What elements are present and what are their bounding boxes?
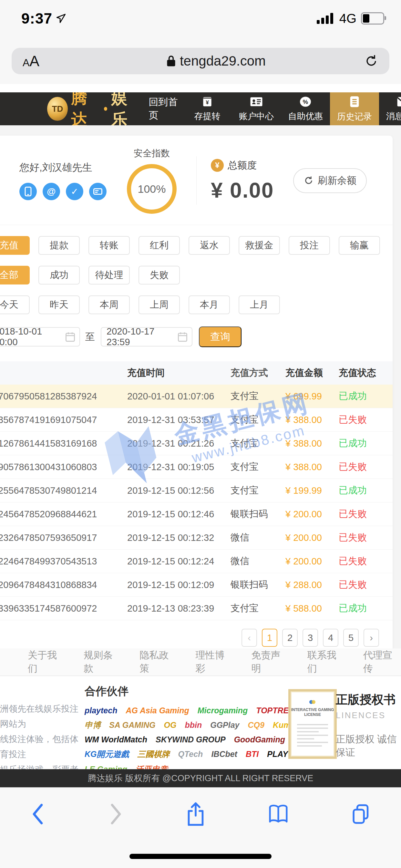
partner-logo: GGPlay: [210, 720, 239, 730]
recharge-amount: ¥ 200.00: [285, 509, 339, 520]
status-badge: 已失败: [339, 578, 393, 591]
prev-page-button[interactable]: ‹: [242, 629, 257, 647]
copyright-text: 腾达娱乐 版权所有 @COPYRIGHT ALL RIGHT RESERVE: [88, 772, 313, 784]
page-number-button[interactable]: 3: [303, 629, 318, 647]
record-type-filters: 充值 提款 转账 红利 返水 救援金 投注 输赢: [0, 236, 393, 255]
type-filter-button[interactable]: 红利: [138, 236, 180, 255]
phone-icon[interactable]: [19, 183, 37, 200]
table-row[interactable]: 2326478507593650917 2019-12-15 00:12:32 …: [0, 526, 393, 550]
date-to-input[interactable]: 2020-10-17 23:59: [101, 327, 192, 346]
partner-logo: Microgaming: [197, 706, 248, 715]
battery-icon: [361, 12, 384, 25]
recharge-time: 2019-12-15 00:12:09: [127, 580, 230, 590]
footer-link[interactable]: 代理宣传: [363, 649, 401, 675]
history-icon: [349, 95, 360, 108]
to-label: 至: [85, 330, 95, 344]
nav-history-records[interactable]: 历史记录: [330, 92, 379, 125]
recharge-time: 2020-01-01 01:07:06: [127, 391, 230, 402]
reader-text-size-button[interactable]: AA: [23, 52, 68, 70]
site-logo[interactable]: TD 腾达 娱乐: [0, 92, 140, 125]
recharge-time: 2019-12-13 08:23:39: [127, 603, 230, 614]
type-filter-button[interactable]: 输赢: [339, 236, 380, 255]
status-filter-button[interactable]: 失败: [138, 266, 180, 284]
reload-icon[interactable]: [364, 53, 378, 69]
quick-date-button[interactable]: 本周: [89, 296, 130, 314]
table-row[interactable]: 9057861300431060803 2019-12-31 00:19:05 …: [0, 455, 393, 479]
status-filter-button[interactable]: 全部: [0, 266, 30, 284]
recharge-time: 2019-12-15 00:12:56: [127, 485, 230, 496]
status-filter-button[interactable]: 待处理: [89, 266, 130, 284]
recharge-method: 支付宝: [230, 390, 285, 403]
nav-message-center[interactable]: 消息中心: [379, 92, 401, 125]
quick-date-button[interactable]: 上月: [239, 296, 280, 314]
recharge-method: 银联扫码: [230, 507, 285, 521]
partner-logo: KG開元遊戲: [85, 749, 129, 760]
license-tagline: 正版授权 诚信保证: [336, 733, 401, 759]
license-certificate-image: INTERACTIVE GAMING LICENSE: [288, 689, 337, 759]
quick-date-button[interactable]: 今天: [0, 296, 30, 314]
quick-date-button[interactable]: 昨天: [38, 296, 80, 314]
card-icon[interactable]: [89, 183, 106, 200]
back-to-home-link[interactable]: 回到首页: [149, 96, 183, 122]
nav-label: 自助优惠: [288, 111, 323, 122]
recharge-time: 2019-12-15 00:12:46: [127, 509, 230, 520]
forward-button[interactable]: [108, 803, 124, 825]
amount-column-header: 充值金额: [285, 367, 339, 379]
footer-link[interactable]: 理性博彩: [195, 649, 233, 675]
user-greeting: 您好,刘汉雄先生: [19, 161, 116, 175]
page-number-button[interactable]: 4: [323, 629, 338, 647]
table-row[interactable]: 2246478499370543513 2019-12-15 00:12:24 …: [0, 550, 393, 573]
type-filter-button[interactable]: 返水: [189, 236, 230, 255]
footer-link[interactable]: 规则条款: [84, 649, 121, 675]
nav-label: 存提转: [194, 111, 220, 122]
page-number-button[interactable]: 5: [343, 629, 359, 647]
status-column-header: 充值状态: [339, 367, 393, 379]
table-row[interactable]: 7067950581285387924 2020-01-01 01:07:06 …: [0, 384, 393, 408]
next-page-button[interactable]: ›: [364, 629, 379, 647]
type-filter-button[interactable]: 救援金: [239, 236, 280, 255]
ios-status-bar: 9:37 4G: [0, 0, 401, 32]
type-filter-button[interactable]: 转账: [89, 236, 130, 255]
footer-link[interactable]: 免责声明: [251, 649, 289, 675]
date-from-input[interactable]: 2018-10-01 00:00: [0, 327, 80, 346]
home-indicator[interactable]: [129, 854, 272, 859]
footer-link[interactable]: 关于我们: [28, 649, 66, 675]
logo-dot-icon: [104, 107, 107, 111]
nav-self-promo[interactable]: % 自助优惠: [281, 92, 330, 125]
footer-link[interactable]: 联系我们: [307, 649, 345, 675]
footer-link[interactable]: 隐私政策: [140, 649, 177, 675]
partner-logo: IBCbet: [211, 749, 237, 759]
check-icon[interactable]: ✓: [66, 183, 83, 200]
safari-toolbar-bottom: [0, 787, 401, 868]
bookmarks-button[interactable]: [268, 802, 289, 826]
page-number-button[interactable]: 2: [282, 629, 298, 647]
status-filter-button[interactable]: 成功: [38, 266, 80, 284]
recharge-amount: ¥ 200.00: [285, 532, 339, 543]
table-row[interactable]: 2456478520968844621 2019-12-15 00:12:46 …: [0, 502, 393, 526]
refresh-balance-button[interactable]: 刷新余额: [293, 168, 367, 193]
type-filter-button[interactable]: 充值: [0, 236, 30, 255]
dragon-logo-icon: TD: [47, 97, 68, 121]
search-button[interactable]: 查询: [199, 327, 242, 347]
divider: [0, 225, 393, 225]
share-button[interactable]: [186, 801, 206, 827]
tabs-button[interactable]: [351, 803, 371, 826]
back-button[interactable]: [30, 803, 46, 825]
at-icon[interactable]: @: [42, 183, 60, 200]
nav-deposit-transfer[interactable]: ¥ 存提转: [183, 92, 232, 125]
type-filter-button[interactable]: 投注: [289, 236, 330, 255]
table-row[interactable]: 1267861441583169168 2019-12-31 00:21:26 …: [0, 432, 393, 455]
table-row[interactable]: 2096478484310868834 2019-12-15 00:12:09 …: [0, 573, 393, 597]
main-nav: ¥ 存提转 账户中心 % 自助优: [183, 92, 401, 125]
table-row[interactable]: 2556478530749801214 2019-12-15 00:12:56 …: [0, 479, 393, 502]
quick-date-button[interactable]: 本月: [189, 296, 230, 314]
order-number: 3567874191691075047: [0, 414, 127, 425]
type-filter-button[interactable]: 提款: [38, 236, 80, 255]
nav-account-center[interactable]: 账户中心: [232, 92, 281, 125]
method-column-header: 充值方式: [230, 367, 285, 379]
quick-date-button[interactable]: 上周: [138, 296, 180, 314]
table-row[interactable]: 3567874191691075047 2019-12-31 03:53:57 …: [0, 408, 393, 432]
table-row[interactable]: 3396335174587600972 2019-12-13 08:23:39 …: [0, 597, 393, 620]
page-number-button[interactable]: 1: [262, 629, 277, 647]
address-bar[interactable]: AA tengda29.com: [11, 48, 390, 74]
